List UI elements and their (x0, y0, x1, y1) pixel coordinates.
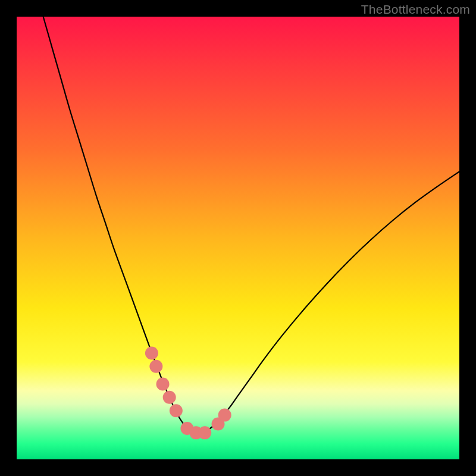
marker-dot (145, 346, 158, 359)
marker-dot (163, 391, 176, 404)
highlight-markers (145, 346, 231, 439)
watermark-text: TheBottleneck.com (361, 2, 470, 17)
chart-svg (17, 17, 459, 459)
marker-dot (156, 378, 170, 391)
marker-dot (198, 426, 211, 439)
bottleneck-curve (43, 17, 459, 434)
chart-frame: TheBottleneck.com (0, 0, 476, 476)
marker-dot (218, 409, 231, 422)
plot-area (17, 17, 459, 459)
marker-dot (170, 404, 183, 417)
marker-dot (149, 360, 162, 373)
